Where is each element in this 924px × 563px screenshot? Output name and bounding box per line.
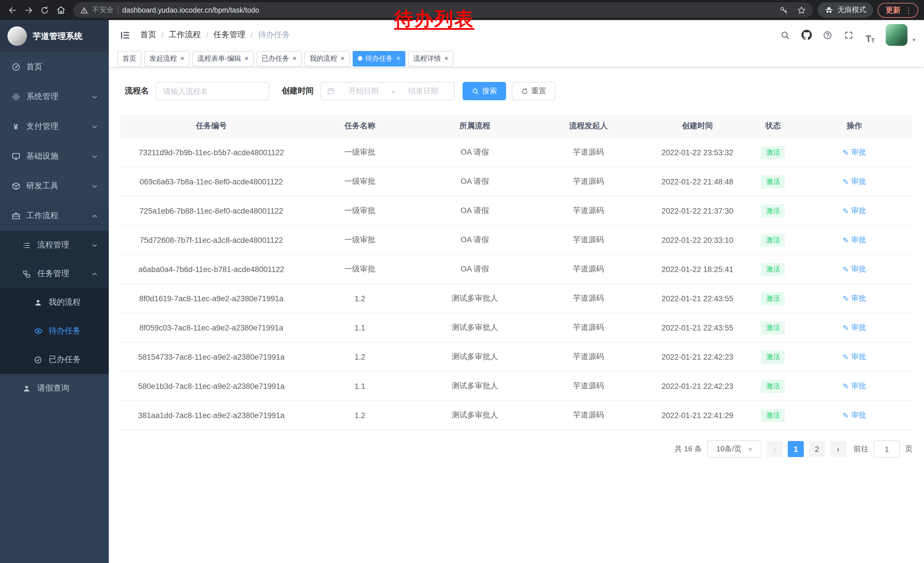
approve-label: 审批 [851,235,866,245]
approve-link[interactable]: ✎审批 [843,147,866,158]
prev-page-button[interactable]: ‹ [766,441,783,457]
not-secure-warning-icon[interactable] [80,3,88,17]
cell-id: 58154733-7ac8-11ec-a9e2-a2380e71991a [120,342,303,371]
font-size-icon[interactable]: TT [862,26,879,44]
browser-menu-icon[interactable]: ⋮ [904,6,912,15]
avatar-caret-icon[interactable]: ▾ [912,37,915,43]
user-avatar[interactable] [886,24,908,46]
tab-3[interactable]: 已办任务× [256,51,302,66]
tab-2[interactable]: 流程表单-编辑× [192,51,254,66]
sidebar-item-workflow[interactable]: 工作流程 [0,201,109,231]
tab-1[interactable]: 发起流程× [144,51,189,66]
breadcrumb-separator: / [162,30,164,39]
tab-6[interactable]: 流程详情× [408,51,453,66]
approve-link[interactable]: ✎审批 [843,352,866,362]
breadcrumb-workflow[interactable]: 工作流程 [169,30,201,40]
page-size-value: 10条/页 [716,444,741,454]
search-icon[interactable] [777,26,794,44]
end-date-placeholder[interactable]: 结束日期 [398,86,448,96]
status-badge: 激活 [761,146,785,159]
close-icon[interactable]: × [292,55,297,62]
search-button-icon [472,87,479,95]
cell-status: 激活 [750,401,796,430]
sidebar-item-system[interactable]: 系统管理 [0,82,109,112]
approve-link[interactable]: ✎审批 [843,293,866,303]
approve-link[interactable]: ✎审批 [843,381,866,391]
sidebar-item-label: 首页 [26,62,42,72]
chrome-update-button[interactable]: 更新 ⋮ [878,3,918,18]
page-button-2[interactable]: 2 [809,441,825,457]
cell-name: 一级审批 [303,225,417,255]
sidebar-item-process-management[interactable]: 流程管理 [0,231,109,260]
sidebar-item-payment[interactable]: ¥ 支付管理 [0,112,109,141]
col-task-id: 任务编号 [120,114,303,138]
update-label[interactable]: 更新 [886,5,900,15]
approve-link[interactable]: ✎审批 [843,323,866,333]
tab-0[interactable]: 首页 [117,51,141,66]
incognito-badge: 无痕模式 [818,2,873,18]
github-icon[interactable] [798,26,815,44]
incognito-icon [824,6,834,15]
sidebar-item-leave-query[interactable]: 请假查询 [0,374,109,402]
status-badge: 激活 [761,321,785,334]
search-button[interactable]: 搜索 [463,82,506,100]
approve-link[interactable]: ✎审批 [843,206,866,216]
cell-status: 激活 [750,138,796,167]
sidebar: 芋道管理系统 首页 系统管理 ¥ [0,20,109,563]
page-button-1[interactable]: 1 [788,441,804,457]
start-date-placeholder[interactable]: 开始日期 [338,86,389,96]
next-page-button[interactable]: › [830,441,846,457]
forward-icon[interactable] [21,2,37,18]
approve-link[interactable]: ✎审批 [843,176,866,187]
approve-link[interactable]: ✎审批 [843,235,866,245]
sidebar-item-my-process[interactable]: 我的流程 [0,288,109,317]
cell-status: 激活 [750,313,796,342]
process-name-input[interactable] [156,82,269,100]
sidebar-item-home[interactable]: 首页 [0,52,109,82]
reload-icon[interactable] [37,2,52,18]
date-range-picker[interactable]: 开始日期 - 结束日期 [321,82,454,100]
approve-link[interactable]: ✎审批 [843,410,866,420]
sidebar-item-todo-tasks[interactable]: 待办任务 [0,317,109,345]
app-logo[interactable]: 芋道管理系统 [0,20,109,52]
todo-task-page: 流程名 创建时间 开始日期 - 结束日期 [109,68,924,563]
edit-icon: ✎ [843,148,849,157]
password-key-icon[interactable] [777,3,790,17]
sidebar-item-done-tasks[interactable]: 已办任务 [0,345,109,374]
sidebar-item-devtools[interactable]: 研发工具 [0,171,109,201]
cell-id: 8f0d1619-7ac8-11ec-a9e2-a2380e71991a [120,284,303,313]
sidebar-item-infrastructure[interactable]: 基础设施 [0,141,109,171]
close-icon[interactable]: × [444,55,448,62]
breadcrumb-task-management[interactable]: 任务管理 [213,30,246,40]
close-icon[interactable]: × [244,55,249,62]
close-icon[interactable]: × [340,55,345,62]
sidebar-item-label: 待办任务 [49,326,81,336]
cell-name: 1.1 [303,371,417,401]
tab-4[interactable]: 我的流程× [304,51,350,66]
breadcrumb-current: 待办任务 [258,30,290,40]
bookmark-star-icon[interactable] [795,3,808,17]
table-row: 381aa1dd-7ac8-11ec-a9e2-a2380e71991a1.2测… [120,401,912,430]
gear-icon [11,92,21,102]
approve-link[interactable]: ✎审批 [843,264,866,274]
cell-action: ✎审批 [796,255,912,284]
help-icon[interactable] [819,26,836,44]
cell-initiator: 芋道源码 [532,255,645,284]
home-icon[interactable] [52,2,69,18]
breadcrumb-home[interactable]: 首页 [140,30,156,40]
back-icon[interactable] [4,2,21,18]
close-icon[interactable]: × [396,55,400,62]
sidebar-collapse-icon[interactable] [117,27,132,42]
fullscreen-icon[interactable] [840,26,858,44]
close-icon[interactable]: × [180,55,184,62]
sidebar-item-task-management[interactable]: 任务管理 [0,260,109,288]
breadcrumb-separator: / [251,30,253,39]
security-label[interactable]: 不安全 [92,5,114,15]
sidebar-item-label: 工作流程 [26,211,58,221]
page-size-select[interactable]: 10条/页 ▾ [707,440,761,458]
tab-5[interactable]: 待办任务× [352,51,405,66]
cell-process: OA 请假 [417,167,532,196]
reset-button[interactable]: 重置 [512,82,555,100]
person-chat-icon [33,297,43,307]
goto-page-input[interactable] [874,440,900,458]
